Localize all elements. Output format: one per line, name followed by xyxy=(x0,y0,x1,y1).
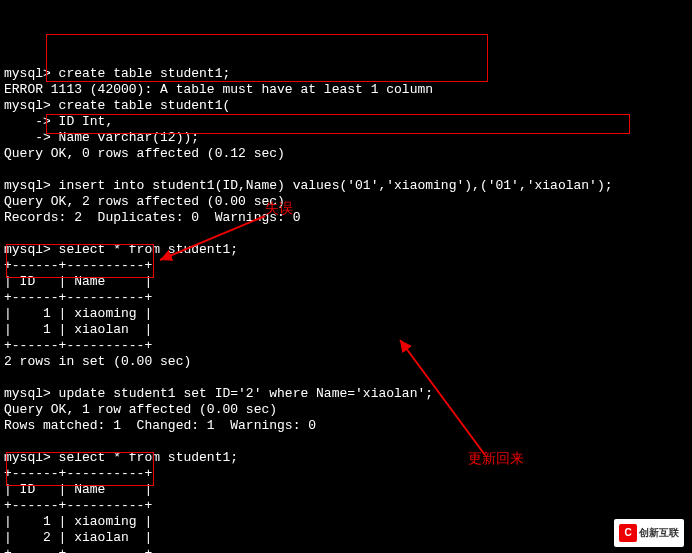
watermark-logo-icon: C xyxy=(619,524,637,542)
terminal-line: | 2 | xiaolan | xyxy=(4,530,152,545)
terminal-output[interactable]: mysql> create table student1; ERROR 1113… xyxy=(0,64,692,553)
terminal-line: | 1 | xiaoming | xyxy=(4,514,152,529)
terminal-line: Query OK, 1 row affected (0.00 sec) xyxy=(4,402,277,417)
terminal-line: +------+----------+ xyxy=(4,258,152,273)
terminal-line: ERROR 1113 (42000): A table must have at… xyxy=(4,82,433,97)
terminal-line: Rows matched: 1 Changed: 1 Warnings: 0 xyxy=(4,418,316,433)
terminal-line: +------+----------+ xyxy=(4,290,152,305)
watermark-text: 创新互联 xyxy=(639,525,679,541)
terminal-line: mysql> insert into student1(ID,Name) val… xyxy=(4,178,613,193)
terminal-line: mysql> select * from student1; xyxy=(4,242,238,257)
watermark: C 创新互联 xyxy=(614,519,684,547)
terminal-line: | ID | Name | xyxy=(4,274,152,289)
terminal-line: mysql> create table student1; xyxy=(4,66,230,81)
terminal-line: +------+----------+ xyxy=(4,338,152,353)
terminal-line: Query OK, 0 rows affected (0.12 sec) xyxy=(4,146,285,161)
terminal-line: mysql> select * from student1; xyxy=(4,450,238,465)
terminal-line: mysql> update student1 set ID='2' where … xyxy=(4,386,433,401)
terminal-line: -> Name varchar(12)); xyxy=(4,130,199,145)
terminal-line: Records: 2 Duplicates: 0 Warnings: 0 xyxy=(4,210,300,225)
terminal-line: | 1 | xiaoming | xyxy=(4,306,152,321)
terminal-line: +------+----------+ xyxy=(4,546,152,553)
terminal-line: -> ID Int, xyxy=(4,114,113,129)
terminal-line: +------+----------+ xyxy=(4,466,152,481)
annotation-update: 更新回来 xyxy=(468,450,524,466)
terminal-line: | ID | Name | xyxy=(4,482,152,497)
annotation-error: 失误 xyxy=(265,200,293,216)
terminal-line: | 1 | xiaolan | xyxy=(4,322,152,337)
terminal-line: Query OK, 2 rows affected (0.00 sec) xyxy=(4,194,285,209)
terminal-line: 2 rows in set (0.00 sec) xyxy=(4,354,191,369)
terminal-line: mysql> create table student1( xyxy=(4,98,230,113)
terminal-line: +------+----------+ xyxy=(4,498,152,513)
